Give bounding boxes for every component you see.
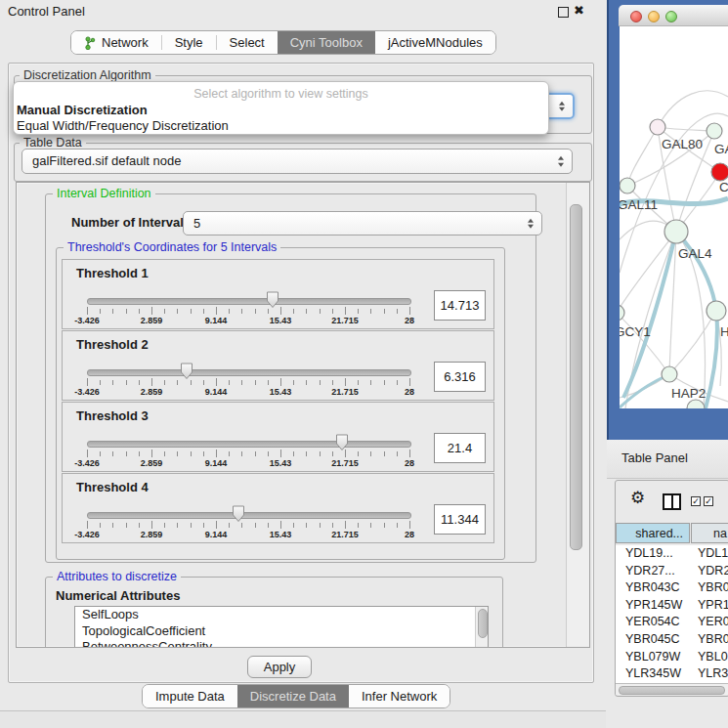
attribute-list-item[interactable]: BetweennessCentrality: [75, 639, 488, 648]
minimize-traffic-light-icon[interactable]: [648, 11, 660, 22]
table-row[interactable]: YDL19...YDL1: [616, 545, 728, 563]
slider-tick: [100, 380, 101, 385]
network-node[interactable]: [687, 400, 705, 408]
slider-tick: [229, 523, 230, 528]
network-node[interactable]: [707, 123, 722, 139]
slider-track[interactable]: [87, 369, 411, 376]
numerical-attributes-list[interactable]: SelfLoopsTopologicalCoefficientBetweenne…: [74, 606, 489, 648]
gear-icon[interactable]: ⚙: [630, 490, 645, 506]
table-row[interactable]: YDR27...YDR2: [616, 563, 728, 580]
slider-tick: [306, 309, 307, 314]
slider-thumb[interactable]: [266, 291, 279, 313]
tab-infer-network[interactable]: Infer Network: [349, 685, 450, 707]
float-window-icon[interactable]: [558, 7, 569, 18]
node-table[interactable]: YDL19...YDL1YDR27...YDR2YBR043CYBR0YPR14…: [616, 545, 728, 683]
slider-tick-label: -3.426: [65, 316, 108, 325]
checkbox-icon[interactable]: ✓: [691, 496, 701, 506]
tab-select[interactable]: Select: [217, 31, 278, 54]
network-node[interactable]: [664, 220, 688, 243]
network-node[interactable]: [620, 305, 624, 321]
top-tab-bar: NetworkStyleSelectCyni ToolboxjActiveMNo…: [70, 30, 496, 55]
attributes-list-scrollbar[interactable]: [475, 607, 488, 648]
slider-tick: [320, 523, 321, 528]
threshold-label: Threshold 2: [76, 337, 149, 352]
slider-tick: [191, 523, 192, 528]
close-traffic-light-icon[interactable]: [630, 11, 642, 22]
threshold-value-field[interactable]: 14.713: [434, 290, 486, 321]
slider-thumb[interactable]: [180, 363, 193, 384]
slider-tick: [191, 451, 192, 456]
slider-tick: [164, 451, 165, 456]
slider-tick: [164, 309, 165, 314]
slider-track[interactable]: [87, 298, 411, 305]
panel-scrollbar-thumb[interactable]: [570, 204, 582, 550]
cell-shared-name: YER054C: [625, 615, 680, 628]
slider-track[interactable]: [87, 512, 411, 519]
slider-tick: [306, 523, 307, 528]
network-canvas[interactable]: GAL80GACGAL11GAL4GCY1HHAP2: [620, 26, 728, 408]
slider-tick-label: 21.715: [323, 458, 366, 468]
cell-name: YDR2: [698, 564, 728, 578]
column-header-shared[interactable]: shared...: [616, 523, 690, 543]
network-edge[interactable]: [658, 127, 714, 131]
slider-thumb[interactable]: [335, 434, 349, 455]
apply-button[interactable]: Apply: [247, 656, 312, 678]
threshold-value-field[interactable]: 11.344: [434, 504, 486, 535]
tab-cyni-toolbox[interactable]: Cyni Toolbox: [278, 31, 375, 54]
threshold-value-field[interactable]: 6.316: [434, 362, 486, 392]
table-row[interactable]: YBL079WYBL0: [616, 649, 728, 666]
slider-thumb[interactable]: [232, 505, 245, 527]
slider-tick: [112, 451, 113, 456]
table-row[interactable]: YBR045CYBR0: [616, 631, 728, 649]
slider-tick: [293, 451, 294, 456]
network-node[interactable]: [620, 178, 635, 193]
slider-tick: [384, 309, 385, 314]
num-intervals-combobox[interactable]: 5: [183, 211, 542, 236]
dropdown-option[interactable]: Manual Discretization: [17, 103, 148, 117]
table-row[interactable]: YBR043CYBR0: [616, 579, 728, 597]
slider-tick: [139, 309, 140, 314]
network-edge[interactable]: [676, 232, 716, 311]
network-node-label: H: [720, 324, 728, 339]
table-row[interactable]: YER054CYER0: [616, 614, 728, 631]
slider-tick: [126, 309, 127, 314]
slider-track[interactable]: [87, 441, 411, 448]
slider-tick: [345, 378, 346, 386]
slider-tick: [255, 451, 256, 456]
threshold-rows: Threshold 1-3.4262.8599.14415.4321.71528…: [62, 259, 494, 547]
network-node[interactable]: [650, 119, 665, 135]
table-row[interactable]: YLR345WYLR3: [616, 665, 728, 683]
tab-impute-data[interactable]: Impute Data: [143, 685, 237, 707]
network-node[interactable]: [662, 366, 677, 382]
network-edge[interactable]: [627, 127, 658, 186]
tab-discretize-data[interactable]: Discretize Data: [237, 685, 349, 707]
table-row[interactable]: YPR145WYPR1: [616, 597, 728, 615]
slider-tick: [332, 451, 333, 456]
network-edge[interactable]: [658, 91, 728, 127]
split-view-icon[interactable]: [663, 493, 681, 510]
attribute-list-item[interactable]: SelfLoops: [75, 607, 488, 623]
network-node[interactable]: [711, 163, 728, 181]
tab-style[interactable]: Style: [162, 31, 216, 54]
table-data-combobox[interactable]: galFiltered.sif default node: [21, 149, 573, 174]
slider-tick: [345, 307, 346, 315]
tab-label: Impute Data: [155, 689, 225, 704]
checkbox-icon[interactable]: ✓: [704, 496, 713, 506]
cell-shared-name: YDR27...: [625, 564, 675, 578]
close-icon[interactable]: ✖: [574, 3, 584, 18]
threshold-value-field[interactable]: 21.4: [434, 433, 486, 463]
panel-scrollbar[interactable]: [566, 183, 590, 647]
tab-network[interactable]: Network: [71, 31, 161, 54]
network-node[interactable]: [707, 301, 726, 321]
slider-tick: [409, 450, 410, 457]
slider-tick-label: 21.715: [323, 530, 366, 539]
tab-jactivemnodules[interactable]: jActiveMNodules: [375, 31, 495, 54]
network-edge[interactable]: [669, 311, 716, 374]
column-header-name[interactable]: na: [691, 523, 728, 543]
zoom-traffic-light-icon[interactable]: [665, 11, 677, 22]
dropdown-option[interactable]: Equal Width/Frequency Discretization: [17, 118, 229, 133]
slider-tick: [358, 451, 359, 456]
attribute-list-item[interactable]: TopologicalCoefficient: [75, 623, 488, 640]
table-hscrollbar[interactable]: [616, 683, 728, 695]
slider-tick: [370, 309, 371, 314]
